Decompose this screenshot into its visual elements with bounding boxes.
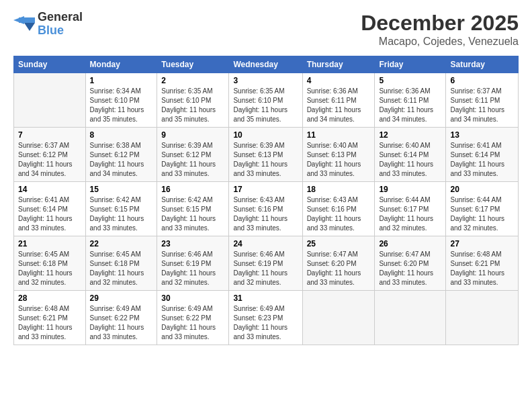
day-number: 21	[18, 239, 81, 248]
calendar-day-cell: 20Sunrise: 6:44 AM Sunset: 6:17 PM Dayli…	[446, 182, 519, 236]
day-number: 11	[307, 130, 371, 140]
calendar-day-cell	[302, 291, 375, 345]
calendar-week-row: 7Sunrise: 6:37 AM Sunset: 6:12 PM Daylig…	[14, 128, 519, 182]
calendar-header-row: SundayMondayTuesdayWednesdayThursdayFrid…	[14, 56, 519, 73]
day-info: Sunrise: 6:34 AM Sunset: 6:10 PM Dayligh…	[90, 87, 153, 124]
day-of-week-header: Sunday	[14, 56, 86, 73]
day-info: Sunrise: 6:35 AM Sunset: 6:10 PM Dayligh…	[233, 87, 298, 124]
calendar-day-cell: 11Sunrise: 6:40 AM Sunset: 6:13 PM Dayli…	[302, 128, 375, 182]
calendar-day-cell: 5Sunrise: 6:36 AM Sunset: 6:11 PM Daylig…	[375, 73, 446, 128]
day-info: Sunrise: 6:43 AM Sunset: 6:16 PM Dayligh…	[307, 195, 371, 233]
day-info: Sunrise: 6:41 AM Sunset: 6:14 PM Dayligh…	[450, 141, 514, 179]
day-info: Sunrise: 6:49 AM Sunset: 6:22 PM Dayligh…	[90, 304, 153, 342]
day-info: Sunrise: 6:47 AM Sunset: 6:20 PM Dayligh…	[379, 250, 441, 287]
page-header: General Blue December 2025 Macapo, Cojed…	[13, 11, 519, 48]
day-number: 24	[233, 239, 298, 248]
day-number: 27	[450, 239, 514, 248]
day-number: 25	[307, 239, 371, 248]
day-info: Sunrise: 6:49 AM Sunset: 6:22 PM Dayligh…	[161, 304, 224, 342]
calendar-day-cell: 27Sunrise: 6:48 AM Sunset: 6:21 PM Dayli…	[446, 236, 519, 291]
day-info: Sunrise: 6:46 AM Sunset: 6:19 PM Dayligh…	[161, 250, 224, 287]
day-info: Sunrise: 6:45 AM Sunset: 6:18 PM Dayligh…	[90, 250, 153, 287]
day-info: Sunrise: 6:35 AM Sunset: 6:10 PM Dayligh…	[161, 87, 224, 124]
day-info: Sunrise: 6:42 AM Sunset: 6:15 PM Dayligh…	[90, 195, 153, 233]
calendar-day-cell: 24Sunrise: 6:46 AM Sunset: 6:19 PM Dayli…	[229, 236, 302, 291]
calendar-day-cell: 26Sunrise: 6:47 AM Sunset: 6:20 PM Dayli…	[375, 236, 446, 291]
month-title: December 2025	[361, 11, 519, 36]
calendar-week-row: 1Sunrise: 6:34 AM Sunset: 6:10 PM Daylig…	[14, 73, 519, 128]
calendar-week-row: 14Sunrise: 6:41 AM Sunset: 6:14 PM Dayli…	[14, 182, 519, 236]
day-number: 18	[307, 185, 371, 194]
day-info: Sunrise: 6:37 AM Sunset: 6:11 PM Dayligh…	[450, 87, 514, 124]
calendar-day-cell: 1Sunrise: 6:34 AM Sunset: 6:10 PM Daylig…	[85, 73, 157, 128]
day-info: Sunrise: 6:42 AM Sunset: 6:15 PM Dayligh…	[161, 195, 224, 233]
day-number: 2	[161, 76, 224, 85]
calendar-day-cell: 7Sunrise: 6:37 AM Sunset: 6:12 PM Daylig…	[14, 128, 86, 182]
day-number: 31	[233, 293, 298, 303]
calendar-day-cell: 13Sunrise: 6:41 AM Sunset: 6:14 PM Dayli…	[446, 128, 519, 182]
day-info: Sunrise: 6:46 AM Sunset: 6:19 PM Dayligh…	[233, 250, 298, 287]
title-block: December 2025 Macapo, Cojedes, Venezuela	[361, 11, 519, 48]
calendar-week-row: 28Sunrise: 6:48 AM Sunset: 6:21 PM Dayli…	[14, 291, 519, 345]
calendar-page: General Blue December 2025 Macapo, Cojed…	[0, 0, 532, 411]
day-number: 6	[450, 76, 514, 85]
svg-marker-2	[13, 16, 24, 24]
calendar-day-cell: 14Sunrise: 6:41 AM Sunset: 6:14 PM Dayli…	[14, 182, 86, 236]
day-info: Sunrise: 6:39 AM Sunset: 6:13 PM Dayligh…	[233, 141, 298, 179]
day-number: 1	[90, 76, 153, 85]
calendar-day-cell: 23Sunrise: 6:46 AM Sunset: 6:19 PM Dayli…	[157, 236, 229, 291]
calendar-day-cell: 15Sunrise: 6:42 AM Sunset: 6:15 PM Dayli…	[85, 182, 157, 236]
day-info: Sunrise: 6:45 AM Sunset: 6:18 PM Dayligh…	[18, 250, 81, 287]
day-of-week-header: Tuesday	[157, 56, 229, 73]
calendar-day-cell: 3Sunrise: 6:35 AM Sunset: 6:10 PM Daylig…	[229, 73, 302, 128]
day-number: 15	[90, 185, 153, 194]
calendar-day-cell: 12Sunrise: 6:40 AM Sunset: 6:14 PM Dayli…	[375, 128, 446, 182]
calendar-day-cell: 29Sunrise: 6:49 AM Sunset: 6:22 PM Dayli…	[85, 291, 157, 345]
day-number: 19	[379, 185, 441, 194]
calendar-day-cell: 21Sunrise: 6:45 AM Sunset: 6:18 PM Dayli…	[14, 236, 86, 291]
day-number: 28	[18, 293, 81, 303]
day-info: Sunrise: 6:36 AM Sunset: 6:11 PM Dayligh…	[379, 87, 441, 124]
calendar-day-cell: 10Sunrise: 6:39 AM Sunset: 6:13 PM Dayli…	[229, 128, 302, 182]
calendar-day-cell: 17Sunrise: 6:43 AM Sunset: 6:16 PM Dayli…	[229, 182, 302, 236]
day-info: Sunrise: 6:44 AM Sunset: 6:17 PM Dayligh…	[450, 195, 514, 233]
day-number: 9	[161, 130, 224, 140]
day-info: Sunrise: 6:40 AM Sunset: 6:14 PM Dayligh…	[379, 141, 441, 179]
day-info: Sunrise: 6:39 AM Sunset: 6:12 PM Dayligh…	[161, 141, 224, 179]
day-number: 13	[450, 130, 514, 140]
calendar-day-cell: 19Sunrise: 6:44 AM Sunset: 6:17 PM Dayli…	[375, 182, 446, 236]
logo-general: General	[38, 10, 83, 24]
day-number: 23	[161, 239, 224, 248]
day-info: Sunrise: 6:43 AM Sunset: 6:16 PM Dayligh…	[233, 195, 298, 233]
day-info: Sunrise: 6:48 AM Sunset: 6:21 PM Dayligh…	[450, 250, 514, 287]
calendar-day-cell	[446, 291, 519, 345]
day-number: 14	[18, 185, 81, 194]
day-of-week-header: Friday	[375, 56, 446, 73]
calendar-day-cell	[375, 291, 446, 345]
day-info: Sunrise: 6:47 AM Sunset: 6:20 PM Dayligh…	[307, 250, 371, 287]
calendar-day-cell: 18Sunrise: 6:43 AM Sunset: 6:16 PM Dayli…	[302, 182, 375, 236]
day-of-week-header: Saturday	[446, 56, 519, 73]
day-number: 22	[90, 239, 153, 248]
day-number: 20	[450, 185, 514, 194]
svg-marker-1	[24, 23, 35, 31]
calendar-week-row: 21Sunrise: 6:45 AM Sunset: 6:18 PM Dayli…	[14, 236, 519, 291]
day-number: 17	[233, 185, 298, 194]
day-info: Sunrise: 6:40 AM Sunset: 6:13 PM Dayligh…	[307, 141, 371, 179]
day-info: Sunrise: 6:36 AM Sunset: 6:11 PM Dayligh…	[307, 87, 371, 124]
day-number: 3	[233, 76, 298, 85]
day-of-week-header: Monday	[85, 56, 157, 73]
calendar-day-cell: 9Sunrise: 6:39 AM Sunset: 6:12 PM Daylig…	[157, 128, 229, 182]
calendar-day-cell: 6Sunrise: 6:37 AM Sunset: 6:11 PM Daylig…	[446, 73, 519, 128]
day-number: 16	[161, 185, 224, 194]
calendar-day-cell: 25Sunrise: 6:47 AM Sunset: 6:20 PM Dayli…	[302, 236, 375, 291]
day-of-week-header: Wednesday	[229, 56, 302, 73]
day-info: Sunrise: 6:38 AM Sunset: 6:12 PM Dayligh…	[90, 141, 153, 179]
day-of-week-header: Thursday	[302, 56, 375, 73]
logo-icon	[13, 15, 35, 34]
calendar-day-cell: 28Sunrise: 6:48 AM Sunset: 6:21 PM Dayli…	[14, 291, 86, 345]
calendar-day-cell: 31Sunrise: 6:49 AM Sunset: 6:23 PM Dayli…	[229, 291, 302, 345]
day-number: 12	[379, 130, 441, 140]
calendar-day-cell: 8Sunrise: 6:38 AM Sunset: 6:12 PM Daylig…	[85, 128, 157, 182]
day-info: Sunrise: 6:49 AM Sunset: 6:23 PM Dayligh…	[233, 304, 298, 342]
